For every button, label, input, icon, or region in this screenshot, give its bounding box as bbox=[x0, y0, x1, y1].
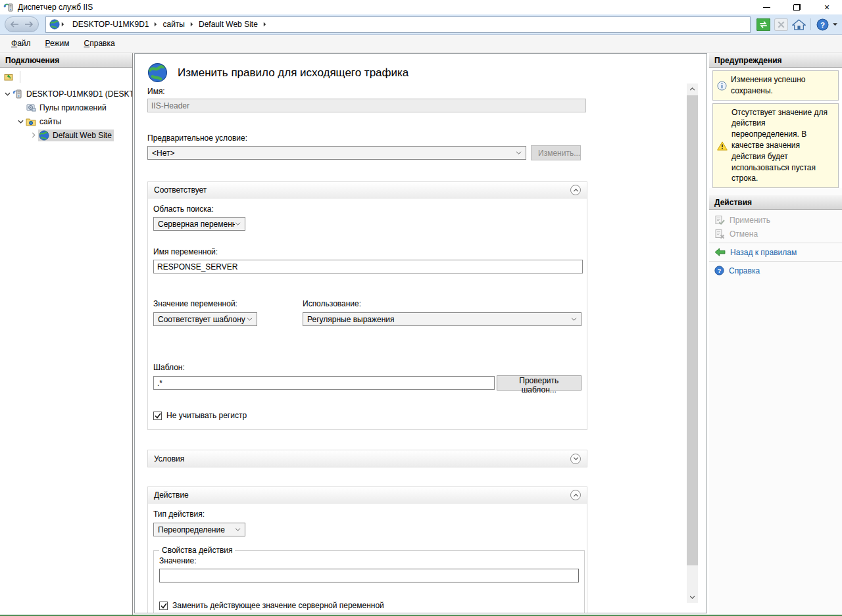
pattern-field[interactable] bbox=[153, 376, 495, 390]
help-dropdown-icon[interactable] bbox=[833, 23, 837, 26]
match-section-title: Соответствует bbox=[154, 185, 570, 195]
precondition-select[interactable]: <Нет> bbox=[147, 146, 526, 160]
chevron-right-icon[interactable] bbox=[29, 132, 38, 138]
scope-label: Область поиска: bbox=[153, 204, 582, 214]
tree-item-label: Default Web Site bbox=[53, 131, 112, 140]
save-connection-icon[interactable] bbox=[3, 72, 14, 82]
menu-help[interactable]: Справка bbox=[77, 36, 122, 51]
action-properties-legend: Свойства действия bbox=[159, 546, 235, 555]
expand-section-icon[interactable] bbox=[570, 454, 581, 464]
window-title: Диспетчер служб IIS bbox=[18, 3, 93, 12]
variable-value-select[interactable]: Соответствует шаблону bbox=[153, 312, 257, 326]
action-back-to-rules[interactable]: Назад к правилам bbox=[709, 245, 842, 259]
refresh-icon[interactable] bbox=[756, 18, 771, 31]
menu-bar: Файл Режим Справка bbox=[0, 35, 842, 53]
action-apply: Применить bbox=[709, 213, 842, 227]
home-icon[interactable] bbox=[791, 18, 806, 31]
menu-view[interactable]: Режим bbox=[38, 36, 77, 51]
conditions-section: Условия bbox=[147, 450, 587, 467]
collapse-section-icon[interactable] bbox=[570, 185, 581, 195]
vertical-scrollbar[interactable] bbox=[687, 83, 698, 603]
ignore-case-label: Не учитывать регистр bbox=[166, 411, 247, 420]
breadcrumb-item-sites[interactable]: сайты bbox=[159, 20, 189, 29]
svg-text:?: ? bbox=[718, 268, 722, 274]
breadcrumb-item-server[interactable]: DESKTOP-U1MK9D1 bbox=[68, 20, 153, 29]
chevron-down-icon bbox=[516, 151, 522, 154]
test-pattern-button[interactable]: Проверить шаблон... bbox=[497, 375, 582, 391]
replace-value-checkbox[interactable] bbox=[159, 602, 168, 610]
apply-icon bbox=[714, 215, 725, 225]
scroll-up-icon[interactable] bbox=[687, 83, 698, 95]
action-type-label: Тип действия: bbox=[153, 509, 582, 519]
actions-separator bbox=[709, 243, 842, 243]
toolbar-separator bbox=[810, 18, 811, 30]
cancel-icon bbox=[714, 229, 725, 239]
edit-precondition-button: Изменить... bbox=[531, 145, 581, 160]
alert-text: Отсутствует значение для действия переоп… bbox=[731, 107, 834, 185]
content-panel: Изменить правило для исходящего трафика … bbox=[134, 53, 707, 613]
action-label[interactable]: Назад к правилам bbox=[730, 248, 797, 257]
warnings-header: Предупреждения bbox=[709, 53, 842, 68]
connections-toolbar bbox=[0, 68, 132, 85]
tree-item-label: DESKTOP-U1MK9D1 (DESKTOP bbox=[26, 89, 132, 99]
menu-file[interactable]: Файл bbox=[4, 36, 38, 51]
actions-list: Применить Отмена Назад к правилам bbox=[709, 210, 842, 277]
breadcrumb: DESKTOP-U1MK9D1 сайты Default Web Site bbox=[45, 16, 751, 33]
variable-value: Соответствует шаблону bbox=[158, 315, 247, 324]
forward-icon[interactable] bbox=[24, 21, 34, 28]
name-field bbox=[147, 99, 586, 112]
chevron-down-icon[interactable] bbox=[16, 120, 25, 124]
scope-select[interactable]: Серверная переменн bbox=[153, 217, 245, 231]
close-button[interactable]: × bbox=[812, 0, 842, 14]
tree-item-default-web-site[interactable]: Default Web Site bbox=[0, 128, 132, 142]
scroll-down-icon[interactable] bbox=[687, 592, 698, 603]
back-arrow-icon bbox=[714, 248, 726, 256]
chevron-down-icon[interactable] bbox=[3, 92, 12, 96]
breadcrumb-item-site[interactable]: Default Web Site bbox=[195, 20, 262, 29]
breadcrumb-home-button[interactable] bbox=[46, 17, 68, 32]
action-value-field[interactable] bbox=[159, 569, 579, 582]
toolbar-separator bbox=[20, 71, 20, 83]
scrollbar-thumb[interactable] bbox=[687, 95, 698, 565]
breadcrumb-arrow-icon[interactable] bbox=[153, 22, 159, 27]
action-help[interactable]: ? Справка bbox=[709, 264, 842, 277]
help-circle-icon: ? bbox=[714, 266, 724, 275]
tree-item-sites[interactable]: сайты bbox=[0, 114, 132, 128]
action-label: Применить bbox=[730, 216, 770, 225]
variable-name-field[interactable] bbox=[153, 260, 583, 273]
breadcrumb-arrow-icon[interactable] bbox=[262, 22, 268, 27]
connections-header: Подключения bbox=[0, 53, 132, 68]
breadcrumb-arrow-icon[interactable] bbox=[189, 22, 195, 27]
right-panel: Предупреждения Изменения успешно сохране… bbox=[709, 53, 842, 615]
address-bar: DESKTOP-U1MK9D1 сайты Default Web Site ? bbox=[0, 14, 842, 35]
chevron-down-icon bbox=[235, 222, 241, 225]
alert-text: Изменения успешно сохранены. bbox=[731, 74, 834, 97]
usage-label: Использование: bbox=[303, 299, 582, 308]
usage-select[interactable]: Регулярные выражения bbox=[303, 312, 582, 326]
minimize-button[interactable] bbox=[751, 0, 781, 14]
action-type-value: Переопределение bbox=[158, 525, 235, 534]
action-value-label: Значение: bbox=[159, 556, 579, 565]
iis-manager-window: Диспетчер служб IIS × DESKTOP-U1MK9D1 bbox=[0, 0, 842, 616]
collapse-section-icon[interactable] bbox=[570, 490, 581, 500]
action-type-select[interactable]: Переопределение bbox=[153, 523, 245, 536]
app-pools-icon bbox=[26, 103, 36, 113]
tree-item-app-pools[interactable]: Пулы приложений bbox=[0, 101, 132, 114]
name-label: Имя: bbox=[147, 87, 706, 96]
restore-button[interactable] bbox=[781, 0, 812, 14]
connections-panel: Подключения DESKTOP-U1MK9D1 (DESK bbox=[0, 53, 133, 615]
help-icon[interactable]: ? bbox=[815, 18, 830, 31]
alert-info: Изменения успешно сохранены. bbox=[712, 70, 839, 101]
warning-icon bbox=[717, 107, 728, 185]
action-label[interactable]: Справка bbox=[729, 266, 760, 275]
variable-name-label: Имя переменной: bbox=[153, 247, 582, 256]
precondition-label: Предварительное условие: bbox=[147, 133, 706, 143]
action-cancel: Отмена bbox=[709, 227, 842, 241]
app-icon bbox=[3, 2, 14, 12]
sites-folder-icon bbox=[26, 116, 36, 127]
back-icon[interactable] bbox=[10, 21, 19, 28]
site-globe-icon bbox=[39, 130, 49, 141]
ignore-case-checkbox[interactable] bbox=[153, 412, 162, 420]
tree-item-server[interactable]: DESKTOP-U1MK9D1 (DESKTOP bbox=[0, 87, 132, 101]
chevron-down-icon bbox=[571, 318, 577, 321]
